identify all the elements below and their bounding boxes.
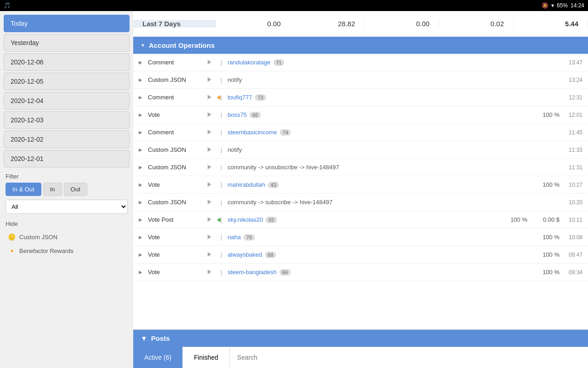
op-detail-5: notify xyxy=(227,146,242,153)
filter-btn-1[interactable]: In xyxy=(43,183,62,196)
op-row-4: ▶ Comment | steembasicincome 74 11:45 xyxy=(133,124,588,141)
op-detail-wrap-7: | mahirabdullah 43 xyxy=(220,181,532,188)
op-expand-11[interactable]: ▶ xyxy=(139,252,148,257)
op-detail-wrap-9: | sky.nikolas20 55 xyxy=(220,216,500,223)
operations-list: ▶ Comment | randulakoralage 71 13:47 ▶ C… xyxy=(133,54,588,329)
op-expand-9[interactable]: ▶ xyxy=(139,217,148,222)
stats-val-3: 0.02 xyxy=(439,20,514,28)
op-detail-wrap-4: | steembasicincome 74 xyxy=(220,129,560,136)
filter-select[interactable]: All xyxy=(6,200,128,214)
op-detail-wrap-0: | randulakoralage 71 xyxy=(220,59,560,66)
mute-icon: 🔕 xyxy=(542,2,548,9)
section-title: Account Operations xyxy=(149,41,215,49)
op-badge-7: 43 xyxy=(268,182,279,188)
sidebar-item-5[interactable]: 2020-12-03 xyxy=(4,111,130,129)
op-expand-3[interactable]: ▶ xyxy=(139,112,148,117)
op-amount-9: 0.00 $ xyxy=(527,216,560,223)
op-expand-6[interactable]: ▶ xyxy=(139,165,148,170)
posts-tabs: Active (6) Finished xyxy=(133,347,588,368)
filter-section: Filter In & OutInOut All xyxy=(4,173,130,214)
hide-item-0: 🪙Custom JSON xyxy=(6,230,128,244)
op-row-7: ▶ Vote | mahirabdullah 43 100 % 10:27 xyxy=(133,176,588,194)
op-badge-10: 76 xyxy=(243,234,254,241)
op-arrow-10 xyxy=(208,235,217,240)
op-badge-2: 73 xyxy=(255,94,266,101)
op-expand-0[interactable]: ▶ xyxy=(139,60,148,65)
op-arrow-9 xyxy=(208,217,217,223)
op-arrow-2 xyxy=(208,95,217,100)
tab-finished[interactable]: Finished xyxy=(183,347,230,368)
op-type-12: Vote xyxy=(148,269,208,276)
sidebar-item-2[interactable]: 2020-12-06 xyxy=(4,53,130,71)
op-expand-5[interactable]: ▶ xyxy=(139,147,148,152)
op-row-5: ▶ Custom JSON | notify 11:33 xyxy=(133,141,588,159)
op-row-0: ▶ Comment | randulakoralage 71 13:47 xyxy=(133,54,588,71)
op-arrow-3 xyxy=(208,112,217,118)
op-user-7[interactable]: mahirabdullah xyxy=(227,181,265,188)
op-arrow-4 xyxy=(208,130,217,135)
stats-row: Last 7 Days 0.00 28.82 0.00 0.02 5.44 xyxy=(133,11,588,37)
op-time-6: 11:31 xyxy=(560,164,582,171)
sidebar-item-3[interactable]: 2020-12-05 xyxy=(4,73,130,90)
posts-section: ▼ Posts Active (6) Finished xyxy=(133,329,588,368)
op-pct-7: 100 % xyxy=(532,181,560,188)
op-row-10: ▶ Vote | naha 76 100 % 10:08 xyxy=(133,229,588,246)
op-expand-4[interactable]: ▶ xyxy=(139,130,148,135)
op-user-0[interactable]: randulakoralage xyxy=(227,59,270,66)
op-expand-7[interactable]: ▶ xyxy=(139,182,148,187)
op-user-9[interactable]: sky.nikolas20 xyxy=(227,216,263,223)
op-row-6: ▶ Custom JSON | community -> unsubscribe… xyxy=(133,159,588,176)
op-detail-wrap-6: | community -> unsubscribe -> hive-14849… xyxy=(220,164,560,171)
op-expand-10[interactable]: ▶ xyxy=(139,235,148,240)
filter-btn-0[interactable]: In & Out xyxy=(6,183,41,196)
filter-btn-2[interactable]: Out xyxy=(64,183,87,196)
sidebar: TodayYesterday2020-12-062020-12-052020-1… xyxy=(0,11,133,368)
sidebar-item-0[interactable]: Today xyxy=(4,15,130,32)
op-user-10[interactable]: naha xyxy=(227,234,241,241)
op-expand-1[interactable]: ▶ xyxy=(139,77,148,82)
stats-val-2: 0.00 xyxy=(365,20,439,28)
sidebar-item-4[interactable]: 2020-12-04 xyxy=(4,92,130,109)
sidebar-item-7[interactable]: 2020-12-01 xyxy=(4,150,130,167)
status-bar: 🎵 🔕 ▾ 65% 14:24 xyxy=(0,0,588,11)
op-type-2: Comment xyxy=(148,94,208,101)
op-expand-2[interactable]: ▶ xyxy=(139,95,148,100)
op-detail-1: notify xyxy=(227,76,242,83)
tab-active[interactable]: Active (6) xyxy=(133,347,183,368)
op-arrow-1 xyxy=(208,77,217,83)
posts-search-input[interactable] xyxy=(237,354,581,361)
op-type-1: Custom JSON xyxy=(148,76,208,83)
op-time-11: 09:47 xyxy=(560,252,582,258)
hide-item-label-0: Custom JSON xyxy=(19,234,57,241)
battery-level: 65% xyxy=(557,2,568,9)
op-expand-8[interactable]: ▶ xyxy=(139,200,148,205)
op-arrow-7 xyxy=(208,182,217,188)
op-time-0: 13:47 xyxy=(560,59,582,66)
op-user-12[interactable]: steem-bangladesh xyxy=(227,269,277,276)
op-type-11: Vote xyxy=(148,251,208,258)
filter-label: Filter xyxy=(6,173,128,180)
op-user-2[interactable]: toufiq777 xyxy=(227,94,252,101)
hide-icon-0: 🪙 xyxy=(7,233,16,241)
sidebar-item-6[interactable]: 2020-12-02 xyxy=(4,131,130,148)
section-arrow: ▼ xyxy=(141,43,145,48)
op-user-11[interactable]: alwaysbaked xyxy=(227,251,262,258)
op-type-8: Custom JSON xyxy=(148,199,208,206)
op-badge-0: 71 xyxy=(273,59,284,66)
op-detail-wrap-5: | notify xyxy=(220,146,560,153)
op-time-12: 09:34 xyxy=(560,269,582,276)
sidebar-item-1[interactable]: Yesterday xyxy=(4,34,130,52)
op-expand-12[interactable]: ▶ xyxy=(139,270,148,275)
op-detail-wrap-1: | notify xyxy=(220,76,560,83)
op-arrow-5 xyxy=(208,147,217,153)
tab-finished-label: Finished xyxy=(194,354,218,361)
op-user-4[interactable]: steembasicincome xyxy=(227,129,277,136)
op-user-3[interactable]: boss75 xyxy=(227,111,247,118)
op-pct-9: 100 % xyxy=(500,216,527,223)
op-time-5: 11:33 xyxy=(560,147,582,153)
posts-search-area xyxy=(230,347,588,368)
posts-header: ▼ Posts xyxy=(133,330,588,347)
green-indicator xyxy=(217,218,220,222)
op-type-10: Vote xyxy=(148,234,208,241)
op-detail-6: community -> unsubscribe -> hive-148497 xyxy=(227,164,339,171)
